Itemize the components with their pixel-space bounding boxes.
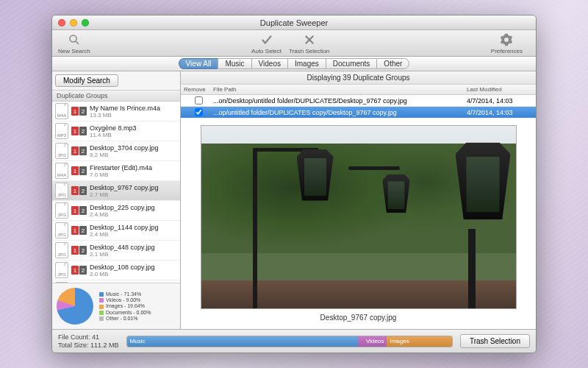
- item-size: 13.3 MB: [90, 112, 160, 118]
- bar-videos: Videos: [358, 336, 387, 347]
- col-modified[interactable]: Last Modified: [467, 86, 533, 93]
- check-icon: [259, 32, 274, 47]
- file-icon: M4A: [55, 163, 68, 179]
- trash-selection-button[interactable]: Trash Selection: [289, 32, 329, 54]
- dup-badge-2: 2: [79, 166, 87, 175]
- filter-view-all[interactable]: View All: [179, 58, 218, 69]
- file-icon: JPG: [55, 242, 68, 258]
- main-header: Displaying 39 Duplicate Groups: [181, 71, 536, 85]
- item-size: 2.4 MB: [90, 211, 154, 218]
- pie-chart-icon: [57, 288, 93, 325]
- filter-music[interactable]: Music: [218, 58, 251, 69]
- item-name: Desktop_3704 copy.jpg: [90, 144, 158, 152]
- row-modified: 4/7/2014, 14:03: [467, 97, 533, 105]
- pie-legend: Music - 71.34% Videos - 9.00% Images - 1…: [99, 291, 151, 321]
- item-name: Desktop_108 copy.jpg: [90, 263, 154, 271]
- gear-icon: [499, 32, 514, 47]
- col-remove[interactable]: Remove: [184, 86, 213, 93]
- list-item[interactable]: JPG 12 Desktop_225 copy.jpg2.4 MB: [52, 201, 180, 221]
- list-item[interactable]: MP3 12 Oxygène 8.mp311.4 MB: [52, 121, 180, 141]
- file-icon: JPG: [55, 282, 68, 283]
- filter-other[interactable]: Other: [376, 58, 409, 69]
- column-headers: Remove File Path Last Modified: [181, 85, 536, 95]
- table-row[interactable]: ...op/untitled folder/DUPLICATES copy/De…: [181, 107, 536, 118]
- list-item[interactable]: JPG 12 Desktop_108 copy.jpg2.0 MB: [52, 261, 180, 280]
- toolbar: New Search Auto Select Trash Selection P…: [52, 30, 536, 57]
- list-item[interactable]: M4A 12 My Name Is Prince.m4a13.3 MB: [52, 102, 180, 121]
- app-window: Duplicate Sweeper New Search Auto Select…: [51, 15, 537, 353]
- svg-point-0: [70, 35, 76, 42]
- dup-badge-1: 1: [71, 107, 79, 116]
- list-item[interactable]: JPG 12 Desktop_448 copy.jpg2.1 MB: [52, 241, 180, 261]
- filter-images[interactable]: Images: [287, 58, 326, 69]
- dup-badge-2: 2: [79, 226, 87, 235]
- window-title: Duplicate Sweeper: [52, 18, 536, 27]
- dup-badge-2: 2: [79, 266, 87, 275]
- col-path[interactable]: File Path: [213, 86, 467, 93]
- item-name: Desktop_9767 copy.jpg: [90, 184, 158, 191]
- remove-checkbox[interactable]: [195, 108, 203, 116]
- x-icon: [302, 32, 317, 47]
- footer-stats: File Count: 41 Total Size: 111.2 MB: [58, 333, 119, 349]
- auto-select-button[interactable]: Auto Select: [251, 32, 282, 54]
- sidebar: Modify Search Duplicate Groups M4A 12 My…: [52, 71, 181, 329]
- list-item[interactable]: M4A 12 Firestarter (Edit).m4a7.0 MB: [52, 161, 180, 181]
- file-rows: ...on/Desktop/untitled folder/DUPLICATES…: [181, 95, 536, 118]
- dup-badge-1: 1: [71, 186, 79, 195]
- filter-bar: View All Music Videos Images Documents O…: [52, 57, 536, 71]
- footer: File Count: 41 Total Size: 111.2 MB Musi…: [52, 329, 536, 353]
- preview-pane: Desktop_9767 copy.jpg: [181, 118, 536, 329]
- item-size: 2.1 MB: [90, 251, 154, 258]
- list-item[interactable]: JPG 12 Desktop_3704 copy.jpg8.2 MB: [52, 141, 180, 161]
- file-icon: MP3: [55, 123, 68, 139]
- dup-badge-2: 2: [79, 246, 87, 255]
- file-icon: JPG: [55, 262, 68, 278]
- file-icon: JPG: [55, 222, 68, 238]
- dup-badge-1: 1: [71, 226, 79, 235]
- dup-badge-1: 1: [71, 266, 79, 275]
- filter-videos[interactable]: Videos: [251, 58, 287, 69]
- dup-badge-1: 1: [71, 166, 79, 175]
- group-list[interactable]: M4A 12 My Name Is Prince.m4a13.3 MBMP3 1…: [52, 102, 180, 283]
- main-pane: Displaying 39 Duplicate Groups Remove Fi…: [181, 71, 536, 329]
- item-size: 8.2 MB: [90, 152, 158, 158]
- item-size: 11.4 MB: [90, 132, 137, 138]
- table-row[interactable]: ...on/Desktop/untitled folder/DUPLICATES…: [181, 95, 536, 107]
- titlebar: Duplicate Sweeper: [52, 15, 536, 30]
- modify-search-button[interactable]: Modify Search: [55, 74, 118, 87]
- size-bar: Music Videos Images: [126, 336, 453, 347]
- item-name: Desktop_448 copy.jpg: [90, 244, 154, 251]
- file-icon: JPG: [55, 202, 68, 219]
- file-icon: JPG: [55, 143, 68, 159]
- item-name: Firestarter (Edit).m4a: [90, 164, 152, 171]
- preview-caption: Desktop_9767 copy.jpg: [320, 309, 397, 323]
- remove-checkbox[interactable]: [195, 96, 203, 105]
- new-search-button[interactable]: New Search: [58, 32, 90, 54]
- dup-badge-1: 1: [71, 206, 79, 215]
- row-path: ...on/Desktop/untitled folder/DUPLICATES…: [213, 97, 467, 105]
- file-icon: M4A: [55, 103, 68, 119]
- search-icon: [67, 32, 82, 47]
- dup-badge-1: 1: [71, 127, 79, 135]
- row-path: ...op/untitled folder/DUPLICATES copy/De…: [213, 109, 467, 116]
- row-modified: 4/7/2014, 14:03: [467, 109, 533, 116]
- item-size: 2.4 MB: [90, 231, 158, 238]
- footer-trash-button[interactable]: Trash Selection: [460, 334, 530, 348]
- item-name: Desktop_1144 copy.jpg: [90, 224, 158, 231]
- dup-badge-2: 2: [79, 206, 87, 215]
- item-size: 7.0 MB: [90, 171, 152, 178]
- item-name: Oxygène 8.mp3: [90, 124, 137, 132]
- dup-badge-2: 2: [79, 127, 87, 135]
- bar-music: Music: [127, 336, 358, 347]
- dup-badge-1: 1: [71, 246, 79, 255]
- list-item[interactable]: JPG 12 Desktop_1144 copy.jpg2.4 MB: [52, 221, 180, 241]
- dup-badge-2: 2: [79, 186, 87, 195]
- item-size: 2.0 MB: [90, 271, 154, 277]
- preferences-button[interactable]: Preferences: [491, 32, 523, 54]
- item-name: My Name Is Prince.m4a: [90, 105, 160, 112]
- filter-documents[interactable]: Documents: [326, 58, 377, 69]
- pie-section: Music - 71.34% Videos - 9.00% Images - 1…: [52, 283, 180, 329]
- sidebar-header: Duplicate Groups: [52, 90, 180, 102]
- list-item[interactable]: JPG 12 Desktop_9767 copy.jpg2.7 MB: [52, 181, 180, 201]
- item-size: 2.7 MB: [90, 191, 158, 198]
